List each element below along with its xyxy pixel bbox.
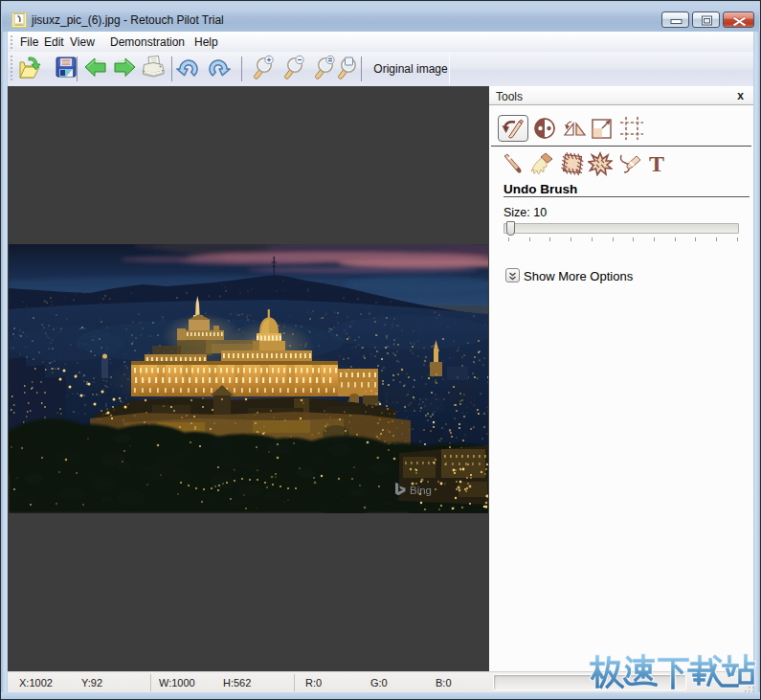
svg-text:T: T <box>649 151 664 176</box>
svg-text:Bing: Bing <box>410 485 432 496</box>
